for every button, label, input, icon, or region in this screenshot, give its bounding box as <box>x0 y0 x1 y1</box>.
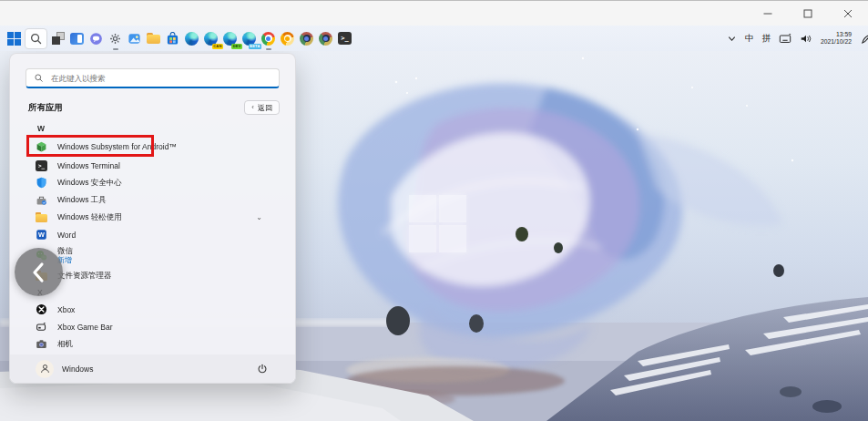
svg-text:W: W <box>38 231 45 239</box>
search-box[interactable] <box>26 68 280 88</box>
app-name: Xbox <box>57 305 75 314</box>
app-item[interactable]: Windows 工具 <box>28 191 277 209</box>
app-item[interactable]: Xbox <box>28 301 277 318</box>
photos-icon <box>128 32 141 46</box>
volume-icon[interactable] <box>800 33 812 45</box>
terminal-icon: >_ <box>338 32 352 45</box>
app-name: 相机 <box>57 339 73 350</box>
taskbar-icon-chrome[interactable] <box>259 26 278 50</box>
app-list: WWindows Subsystem for Android™>_Windows… <box>10 118 295 354</box>
power-button[interactable] <box>255 362 270 376</box>
touch-keyboard-icon[interactable] <box>779 33 791 45</box>
app-item[interactable]: 文件资源管理器 <box>28 267 277 284</box>
avatar <box>36 360 54 378</box>
taskbar-icon-start[interactable] <box>5 26 24 50</box>
app-item[interactable]: Windows 安全中心 <box>28 174 277 191</box>
chrome-canary-icon <box>281 32 294 46</box>
app-name-text: 微信 <box>57 246 73 257</box>
app-name-text: Windows 安全中心 <box>57 178 122 189</box>
taskbar-icon-edge[interactable] <box>182 26 201 50</box>
app-name-text: Xbox <box>57 305 75 314</box>
minimize-icon <box>763 9 772 18</box>
chat-icon <box>89 32 103 46</box>
app-name-text: Windows Terminal <box>57 161 120 170</box>
chevron-left-icon: ‹ <box>251 104 254 111</box>
taskbar-icon-chat[interactable] <box>87 26 106 50</box>
taskbar-icon-edge-beta[interactable]: BETA <box>240 26 259 50</box>
taskbar-icon-widgets[interactable] <box>67 26 87 50</box>
app-item[interactable]: Xbox Game Bar <box>28 318 277 335</box>
app-name-text: Xbox Game Bar <box>57 323 112 332</box>
search-icon <box>34 73 44 83</box>
app-name: Xbox Game Bar <box>57 323 112 332</box>
camera-icon <box>36 338 47 350</box>
taskbar-icon-chromium[interactable] <box>316 26 335 50</box>
app-item[interactable]: 微信新增 <box>28 243 277 267</box>
ime-mode-indicator[interactable]: 中 <box>745 33 754 45</box>
system-tray: 中 拼 13:59 2021/10/22 <box>727 31 868 46</box>
taskbar-icon-microsoft-store[interactable] <box>163 26 182 50</box>
taskbar-icon-chrome-canary[interactable] <box>278 26 297 50</box>
app-item[interactable]: Windows 轻松使用⌄ <box>28 209 277 226</box>
taskbar-icon-terminal[interactable]: >_ <box>335 26 354 50</box>
gamebar-icon <box>36 321 47 333</box>
taskbar-clock[interactable]: 13:59 2021/10/22 <box>821 31 852 46</box>
all-apps-title: 所有应用 <box>28 102 63 114</box>
wallpaper-windows-logo <box>409 195 466 252</box>
app-item[interactable]: >_Windows Terminal <box>28 157 277 174</box>
app-name-text: Windows 轻松使用 <box>57 212 122 223</box>
user-name: Windows <box>62 365 93 374</box>
app-name: 文件资源管理器 <box>57 271 112 282</box>
start-icon <box>7 32 21 46</box>
taskbar-icon-photos[interactable] <box>125 26 144 50</box>
taskbar-icon-file-explorer[interactable] <box>144 26 163 50</box>
taskbar-icon-task-view[interactable] <box>48 26 67 50</box>
terminal-icon: >_ <box>36 159 47 171</box>
taskbar-icon-edge-dev[interactable]: DEV <box>220 26 240 50</box>
taskbar: CANDEVBETA>_ 中 拼 13:59 2021/10/22 <box>0 26 868 51</box>
close-icon <box>843 9 853 18</box>
edge-icon <box>185 32 199 46</box>
back-button-label: 返回 <box>258 103 272 113</box>
chevron-down-icon[interactable]: ⌄ <box>256 213 262 221</box>
pen-icon[interactable] <box>860 33 868 45</box>
app-name: Windows Terminal <box>57 161 120 170</box>
window-titlebar[interactable] <box>0 0 868 26</box>
file-explorer-icon <box>147 33 160 44</box>
section-letter-X[interactable]: X <box>37 284 277 301</box>
window-close-button[interactable] <box>828 2 868 26</box>
taskbar-icon-edge-canary[interactable]: CAN <box>201 26 220 50</box>
clock-date: 2021/10/22 <box>821 38 852 46</box>
window-controls <box>748 1 868 26</box>
taskbar-icon-settings[interactable] <box>106 26 125 50</box>
task-view-icon <box>52 32 65 45</box>
taskbar-icon-search[interactable] <box>25 28 47 49</box>
word-icon: W <box>36 229 47 241</box>
app-name: Word <box>57 231 76 240</box>
chrome-dev-icon <box>300 32 313 46</box>
back-overlay-button[interactable] <box>15 248 63 296</box>
security-icon <box>36 177 47 189</box>
app-item[interactable]: 相机 <box>28 335 277 353</box>
user-account-button[interactable]: Windows <box>36 360 93 378</box>
all-apps-header: 所有应用 ‹ 返回 <box>28 100 280 115</box>
taskbar-icon-chrome-dev[interactable] <box>297 26 316 50</box>
start-menu: 所有应用 ‹ 返回 WWindows Subsystem for Android… <box>9 53 296 384</box>
section-letter-W[interactable]: W <box>37 120 277 137</box>
window-maximize-button[interactable] <box>788 2 828 26</box>
ime-layout-indicator[interactable]: 拼 <box>761 33 771 45</box>
screen: CANDEVBETA>_ 中 拼 13:59 2021/10/22 <box>0 0 868 421</box>
app-item[interactable]: WWord <box>28 226 277 243</box>
maximize-icon <box>803 9 812 18</box>
app-item[interactable]: Windows Subsystem for Android™ <box>28 137 277 157</box>
tray-overflow-chevron-icon[interactable] <box>727 34 737 44</box>
person-icon <box>40 364 50 374</box>
power-icon <box>257 364 268 375</box>
desktop[interactable]: 所有应用 ‹ 返回 WWindows Subsystem for Android… <box>0 51 868 421</box>
search-input[interactable] <box>49 73 271 84</box>
app-name: Windows 轻松使用 <box>57 212 122 223</box>
window-minimize-button[interactable] <box>748 2 788 26</box>
back-button[interactable]: ‹ 返回 <box>244 100 280 115</box>
folder-icon <box>36 211 47 223</box>
app-name: Windows 工具 <box>57 195 107 206</box>
